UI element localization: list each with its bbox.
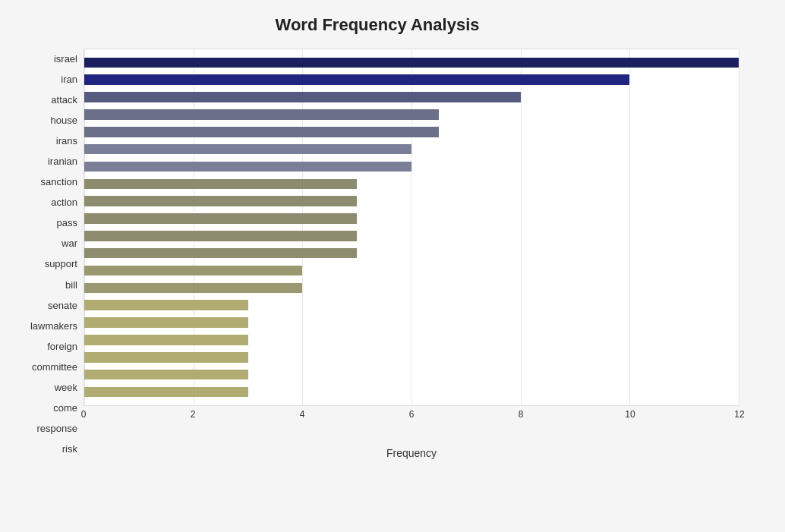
bar-row: [84, 366, 739, 383]
bar-row: [84, 297, 739, 314]
y-label: support: [15, 259, 77, 269]
chart-container: Word Frequency Analysis israeliranattack…: [0, 0, 785, 532]
y-label: lawmakers: [15, 321, 77, 331]
y-label: bill: [15, 280, 77, 290]
y-label: house: [15, 115, 77, 125]
bar: [84, 248, 357, 259]
chart-area: israeliranattackhouseiransiraniansanctio…: [15, 49, 739, 459]
bar-row: [84, 210, 739, 228]
y-label: week: [15, 382, 77, 392]
bars-and-grid: 024681012 Frequency: [84, 49, 739, 459]
bar-row: [84, 123, 739, 140]
y-label: attack: [15, 95, 77, 105]
x-tick: 0: [81, 409, 87, 420]
bar: [84, 196, 357, 206]
y-label: irans: [15, 136, 77, 146]
bar: [84, 283, 302, 294]
y-label: iranian: [15, 156, 77, 166]
bar-row: [84, 332, 739, 349]
bar: [84, 300, 248, 310]
bar: [84, 231, 357, 241]
bar: [84, 335, 248, 345]
bar: [84, 266, 302, 276]
grid-line: [739, 49, 739, 405]
y-label: pass: [15, 218, 77, 228]
y-label: senate: [15, 301, 77, 310]
y-label: sanction: [15, 177, 77, 187]
x-tick: 6: [409, 409, 415, 420]
x-tick: 4: [300, 409, 305, 420]
bar-row: [84, 71, 739, 89]
bar: [84, 317, 248, 328]
bar-row: [84, 193, 739, 210]
bar-row: [84, 89, 739, 106]
bar-row: [84, 279, 739, 297]
y-label: israel: [15, 54, 77, 64]
bar: [84, 370, 248, 380]
y-label: committee: [15, 362, 77, 372]
bar: [84, 179, 357, 190]
bar: [84, 92, 521, 102]
x-tick: 12: [734, 409, 744, 420]
bar-row: [84, 348, 739, 366]
bar-row: [84, 383, 739, 401]
bar: [84, 213, 357, 224]
bar-row: [84, 106, 739, 124]
bar-row: [84, 314, 739, 332]
bar: [84, 162, 411, 172]
y-label: war: [15, 238, 77, 248]
bar: [84, 127, 439, 137]
y-label: action: [15, 197, 77, 207]
bar-row: [84, 244, 739, 262]
y-label: iran: [15, 74, 77, 84]
bar: [84, 109, 439, 120]
y-label: response: [15, 423, 77, 433]
bar-row: [84, 227, 739, 244]
y-label: come: [15, 403, 77, 413]
bar: [84, 74, 629, 85]
y-label: risk: [15, 444, 77, 454]
bar: [84, 58, 739, 68]
bar-row: [84, 158, 739, 175]
y-labels: israeliranattackhouseiransiraniansanctio…: [15, 49, 84, 459]
bar: [84, 352, 248, 363]
x-tick: 10: [625, 409, 635, 420]
bar-row: [84, 54, 739, 71]
bar: [84, 144, 411, 155]
bar-row: [84, 175, 739, 193]
bar-row: [84, 140, 739, 158]
x-tick: 8: [519, 409, 524, 420]
x-axis: 024681012: [84, 406, 739, 429]
chart-title: Word Frequency Analysis: [15, 15, 739, 35]
x-tick: 2: [191, 409, 196, 420]
bar: [84, 387, 248, 398]
x-axis-label: Frequency: [84, 447, 739, 459]
bars-inner: [84, 49, 739, 405]
bars-wrapper: [84, 49, 739, 406]
bar-row: [84, 262, 739, 279]
y-label: foreign: [15, 342, 77, 351]
